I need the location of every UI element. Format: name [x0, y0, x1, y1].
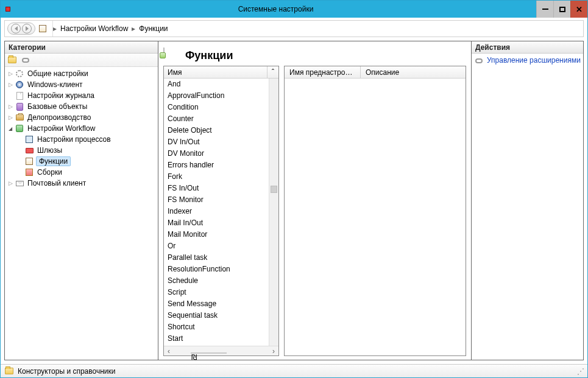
list-item[interactable]: DV In/Out	[164, 136, 269, 148]
column-header-preset-name[interactable]: Имя преднастроенн...	[285, 66, 361, 78]
actions-header: Действия	[472, 41, 583, 54]
app-window: Системные настройки ✕ ▸ Настройки Workfl…	[0, 0, 588, 378]
tree-item-label: Функции	[36, 156, 71, 166]
proc-icon	[24, 135, 34, 144]
detail-listbox: Имя преднастроенн... Описание	[284, 66, 466, 356]
tree-item[interactable]: Почтовый клиент	[5, 178, 158, 189]
scroll-thumb[interactable]	[271, 186, 277, 193]
list-item[interactable]: Mail Monitor	[164, 229, 269, 240]
tree-item-label: Базовые объекты	[26, 102, 88, 111]
list-item[interactable]: Script	[164, 287, 269, 298]
gear-icon	[15, 69, 24, 79]
tree-item[interactable]: Настройки журнала	[5, 90, 158, 101]
nav-forward-button[interactable]	[22, 24, 32, 33]
list-item[interactable]: Schedule	[164, 275, 269, 287]
functions-list[interactable]: AndApprovalFunctionConditionCounterDelet…	[164, 79, 269, 346]
list-item[interactable]: Shortcut	[164, 321, 269, 333]
main-panel: Функции Имя ˆ AndApprovalFunctionConditi…	[158, 41, 471, 360]
detail-header: Имя преднастроенн... Описание	[285, 66, 466, 79]
tree-item-label: Настройки Workflow	[26, 124, 96, 133]
list-item[interactable]: Sequential task	[164, 310, 269, 321]
brief-icon	[15, 113, 24, 122]
list-item[interactable]: Parallel task	[164, 252, 269, 264]
list-item[interactable]: FS In/Out	[164, 183, 269, 194]
functions-book-icon	[163, 48, 180, 63]
nav-bar: ▸ Настройки Workflow ▸ Функции	[4, 20, 584, 37]
horizontal-scrollbar[interactable]: ‹ ₪ ›	[164, 346, 278, 355]
column-header-description[interactable]: Описание	[361, 66, 422, 78]
body: Категории Общие настройкиWindows-клиентН…	[1, 37, 587, 364]
tree-item[interactable]: Базовые объекты	[5, 101, 158, 112]
actions-list: Управление расширениями	[472, 54, 583, 68]
status-text: Конструкторы и справочники	[18, 367, 115, 376]
action-label: Управление расширениями	[487, 56, 581, 65]
breadcrumb-item-functions[interactable]: Функции	[135, 21, 171, 37]
expand-toggle-icon[interactable]	[6, 103, 15, 110]
tree-item-label: Почтовый клиент	[26, 179, 87, 187]
maximize-button[interactable]	[553, 1, 570, 18]
tree-item[interactable]: Windows-клиент	[5, 79, 158, 90]
gate-icon	[24, 145, 34, 155]
list-item[interactable]: ApprovalFunction	[164, 90, 269, 102]
main-content: Имя ˆ AndApprovalFunctionConditionCounte…	[163, 66, 466, 356]
list-item[interactable]: And	[164, 79, 269, 90]
page-title-block: Функции	[163, 45, 466, 66]
chain-icon	[474, 56, 484, 66]
list-item[interactable]: ResolutionFunction	[164, 264, 269, 275]
mail-icon	[15, 178, 24, 188]
expand-toggle-icon[interactable]	[6, 82, 15, 88]
expand-toggle-icon[interactable]	[6, 114, 15, 121]
list-item[interactable]: Mail In/Out	[164, 217, 269, 229]
column-header-name[interactable]: Имя	[164, 66, 267, 78]
asm-icon	[24, 167, 34, 177]
dv-icon	[15, 80, 24, 89]
close-button[interactable]: ✕	[570, 1, 587, 18]
tree-item[interactable]: Настройки процессов	[5, 134, 158, 145]
list-item[interactable]: Delete Object	[164, 125, 269, 136]
functions-list-body: AndApprovalFunctionConditionCounterDelet…	[164, 79, 278, 346]
titlebar: Системные настройки ✕	[1, 1, 587, 18]
expand-toggle-icon[interactable]	[6, 71, 15, 77]
list-item[interactable]: FS Monitor	[164, 194, 269, 206]
window-title: Системные настройки	[15, 1, 536, 18]
breadcrumb-root-icon	[38, 24, 48, 33]
nav-back-button[interactable]	[11, 24, 21, 33]
hscroll-left-button[interactable]: ‹	[164, 347, 174, 355]
resize-grip-icon[interactable]: ⋰	[577, 367, 584, 376]
tree-item[interactable]: Сборки	[5, 167, 158, 178]
list-item[interactable]: Start	[164, 333, 269, 345]
folder-icon[interactable]	[7, 55, 17, 65]
tree-item[interactable]: Общие настройки	[5, 68, 158, 79]
list-item[interactable]: Indexer	[164, 206, 269, 217]
tree-item-label: Настройки процессов	[36, 135, 112, 144]
categories-header: Категории	[5, 41, 158, 54]
page-title: Функции	[185, 49, 233, 62]
tree-item[interactable]: Настройки Workflow	[5, 123, 158, 134]
minimize-button[interactable]	[536, 1, 553, 18]
wf-icon	[15, 124, 24, 133]
tree-item-label: Шлюзы	[36, 146, 63, 155]
hscroll-thumb[interactable]: ₪	[191, 352, 227, 354]
sort-indicator-icon[interactable]: ˆ	[267, 66, 278, 78]
list-item[interactable]: Errors handler	[164, 159, 269, 171]
hscroll-right-button[interactable]: ›	[269, 347, 278, 355]
list-item[interactable]: Counter	[164, 113, 269, 125]
list-item[interactable]: Or	[164, 240, 269, 252]
breadcrumb-item-workflow[interactable]: Настройки Workflow	[57, 21, 132, 37]
list-item[interactable]: Condition	[164, 102, 269, 113]
tree-item[interactable]: Функции	[5, 156, 158, 167]
categories-tree[interactable]: Общие настройкиWindows-клиентНастройки ж…	[5, 67, 158, 360]
tree-item[interactable]: Шлюзы	[5, 145, 158, 156]
expand-toggle-icon[interactable]	[6, 126, 15, 131]
list-item[interactable]: DV Monitor	[164, 148, 269, 159]
folder-icon	[4, 366, 14, 376]
action-item[interactable]: Управление расширениями	[474, 55, 581, 67]
tree-item[interactable]: Делопроизводство	[5, 112, 158, 123]
vertical-scrollbar[interactable]	[269, 79, 278, 346]
func-icon	[24, 156, 34, 166]
link-icon[interactable]	[21, 55, 30, 65]
tree-item-label: Настройки журнала	[26, 91, 96, 100]
expand-toggle-icon[interactable]	[6, 180, 15, 186]
list-item[interactable]: Send Message	[164, 298, 269, 310]
list-item[interactable]: Fork	[164, 171, 269, 183]
